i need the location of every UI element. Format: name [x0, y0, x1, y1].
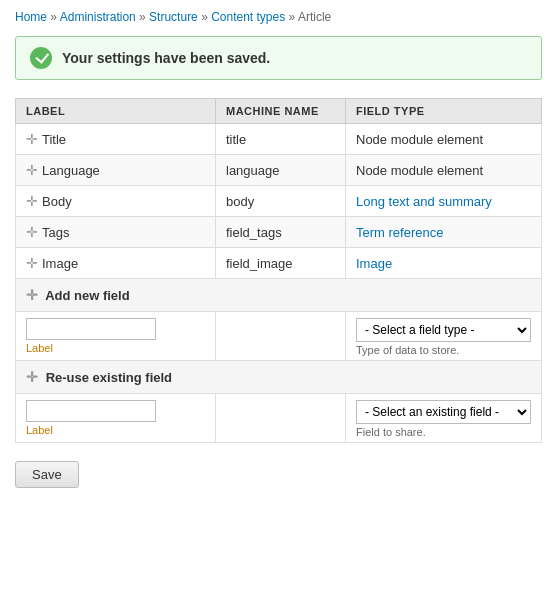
field-label: Tags	[42, 225, 69, 240]
table-row: ✛LanguagelanguageNode module element	[16, 155, 542, 186]
add-new-field-row: ✛ Add new field	[16, 279, 542, 312]
success-banner: Your settings have been saved.	[15, 36, 542, 80]
field-label: Title	[42, 132, 66, 147]
add-new-field-machine-cell	[216, 312, 346, 361]
add-new-field-inputs: Label - Select a field type -Long text a…	[16, 312, 542, 361]
table-row: ✛Imagefield_imageImage	[16, 248, 542, 279]
breadcrumb-home[interactable]: Home	[15, 10, 47, 24]
field-label: Language	[42, 163, 100, 178]
drag-handle-icon: ✛	[26, 193, 38, 209]
field-type[interactable]: Long text and summary	[346, 186, 542, 217]
breadcrumb-content-types[interactable]: Content types	[211, 10, 285, 24]
drag-handle-icon: ✛	[26, 224, 38, 240]
reuse-field-hint: Field to share.	[356, 426, 531, 438]
field-type: Node module element	[346, 124, 542, 155]
drag-handle-icon: ✛	[26, 255, 38, 271]
reuse-field-drag: ✛	[26, 369, 38, 385]
table-row: ✛BodybodyLong text and summary	[16, 186, 542, 217]
field-machine-name: body	[216, 186, 346, 217]
add-new-field-type-cell: - Select a field type -Long text and sum…	[346, 312, 542, 361]
field-label-cell: ✛Tags	[16, 217, 216, 248]
add-new-field-label-hint: Label	[26, 342, 205, 354]
add-new-field-label-input[interactable]	[26, 318, 156, 340]
field-type[interactable]: Term reference	[346, 217, 542, 248]
reuse-field-machine-cell	[216, 394, 346, 443]
save-row: Save	[15, 461, 542, 488]
field-label-cell: ✛Body	[16, 186, 216, 217]
col-header-machine-name: MACHINE NAME	[216, 99, 346, 124]
field-label-cell: ✛Title	[16, 124, 216, 155]
add-new-field-select-wrap: - Select a field type -Long text and sum…	[356, 318, 531, 356]
reuse-field-select[interactable]: - Select an existing field -	[356, 400, 531, 424]
field-type: Node module element	[346, 155, 542, 186]
drag-handle-icon: ✛	[26, 162, 38, 178]
reuse-field-select-wrap: - Select an existing field - Field to sh…	[356, 400, 531, 438]
breadcrumb: Home » Administration » Structure » Cont…	[15, 10, 542, 24]
add-new-field-drag: ✛	[26, 287, 38, 303]
field-label: Body	[42, 194, 72, 209]
col-header-field-type: FIELD TYPE	[346, 99, 542, 124]
add-new-field-type-select[interactable]: - Select a field type -Long text and sum…	[356, 318, 531, 342]
field-machine-name: field_tags	[216, 217, 346, 248]
field-label: Image	[42, 256, 78, 271]
reuse-field-label-hint: Label	[26, 424, 205, 436]
breadcrumb-current: Article	[298, 10, 331, 24]
table-row: ✛TitletitleNode module element	[16, 124, 542, 155]
col-header-label: LABEL	[16, 99, 216, 124]
add-new-field-title: Add new field	[45, 288, 130, 303]
drag-handle-icon: ✛	[26, 131, 38, 147]
field-label-cell: ✛Language	[16, 155, 216, 186]
field-machine-name: language	[216, 155, 346, 186]
reuse-field-row: ✛ Re-use existing field	[16, 361, 542, 394]
add-new-field-label-cell: Label	[16, 312, 216, 361]
field-type[interactable]: Image	[346, 248, 542, 279]
breadcrumb-structure[interactable]: Structure	[149, 10, 198, 24]
reuse-field-label-input[interactable]	[26, 400, 156, 422]
breadcrumb-administration[interactable]: Administration	[60, 10, 136, 24]
success-text: Your settings have been saved.	[62, 50, 270, 66]
fields-table: LABEL MACHINE NAME FIELD TYPE ✛Titletitl…	[15, 98, 542, 443]
success-icon	[30, 47, 52, 69]
field-type-link[interactable]: Image	[356, 256, 392, 271]
table-row: ✛Tagsfield_tagsTerm reference	[16, 217, 542, 248]
add-new-field-type-hint: Type of data to store.	[356, 344, 531, 356]
field-machine-name: title	[216, 124, 346, 155]
reuse-field-inputs: Label - Select an existing field - Field…	[16, 394, 542, 443]
reuse-field-select-cell: - Select an existing field - Field to sh…	[346, 394, 542, 443]
save-button[interactable]: Save	[15, 461, 79, 488]
table-header-row: LABEL MACHINE NAME FIELD TYPE	[16, 99, 542, 124]
field-machine-name: field_image	[216, 248, 346, 279]
field-type-link[interactable]: Long text and summary	[356, 194, 492, 209]
reuse-field-title: Re-use existing field	[46, 370, 172, 385]
field-type-link[interactable]: Term reference	[356, 225, 443, 240]
field-label-cell: ✛Image	[16, 248, 216, 279]
reuse-field-label-cell: Label	[16, 394, 216, 443]
